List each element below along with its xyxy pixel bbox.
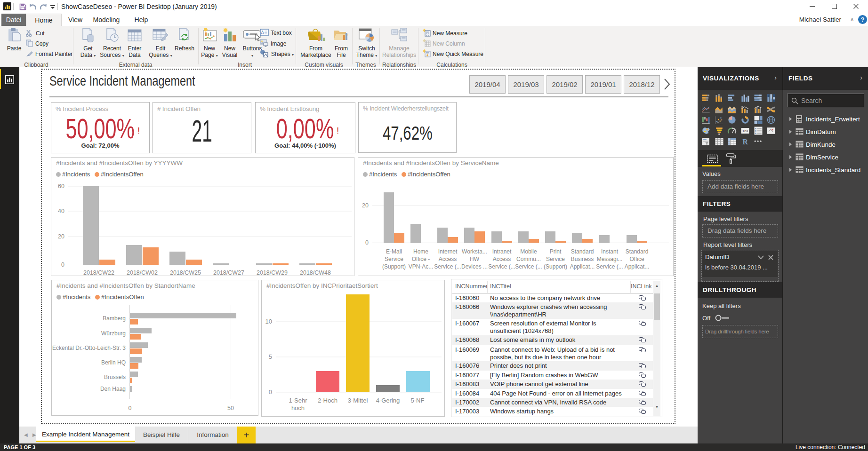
svg-text:Service: Service [546, 256, 565, 262]
svg-text:2018/CW27: 2018/CW27 [213, 269, 244, 276]
svg-text:Mobile: Mobile [520, 248, 537, 255]
svg-text:Office: Office [629, 256, 644, 262]
svg-text:2-Hoch: 2-Hoch [318, 397, 338, 404]
svg-text:Berlin HQ: Berlin HQ [101, 359, 126, 366]
svg-text:Internet: Internet [438, 248, 458, 255]
svg-text:2018/CW29: 2018/CW29 [257, 269, 288, 276]
svg-text:20: 20 [58, 233, 64, 240]
svg-text:R: R [742, 138, 748, 146]
svg-text:Service (...: Service (... [596, 263, 623, 270]
svg-text:Commu...: Commu... [516, 256, 541, 262]
svg-text:hoch: hoch [291, 404, 305, 411]
svg-text:Devices ...: Devices ... [461, 263, 488, 270]
svg-text:1-Sehr: 1-Sehr [289, 397, 307, 404]
svg-text:Applicat...: Applicat... [625, 263, 650, 270]
svg-text:(Support): (Support) [382, 263, 406, 270]
svg-text:Print: Print [550, 248, 562, 255]
svg-text:Intranet: Intranet [492, 248, 512, 255]
svg-text:Service: Service [385, 256, 403, 262]
svg-text:0: 0 [61, 261, 64, 268]
svg-text:5-NF: 5-NF [411, 397, 425, 404]
svg-text:60: 60 [58, 183, 64, 190]
svg-text:VPN-Ac...: VPN-Ac... [409, 263, 434, 270]
svg-text:Standard: Standard [571, 248, 594, 255]
svg-text:Würzburg: Würzburg [101, 330, 126, 337]
svg-text:Service (...: Service (... [515, 263, 542, 270]
svg-text:Worksta...: Worksta... [462, 248, 487, 255]
svg-text:2018/CW48: 2018/CW48 [300, 269, 331, 276]
svg-text:2018/CW22: 2018/CW22 [83, 269, 114, 276]
svg-text:A: A [261, 30, 264, 35]
svg-text:Standard: Standard [626, 248, 649, 255]
svg-text:3-Mittel: 3-Mittel [348, 397, 368, 404]
svg-text:0: 0 [129, 405, 132, 411]
svg-text:Applicat...: Applicat... [570, 263, 595, 270]
svg-text:Business: Business [571, 256, 594, 262]
svg-text:20: 20 [362, 202, 369, 209]
svg-text:5: 5 [269, 353, 272, 360]
svg-text:50: 50 [227, 405, 234, 411]
svg-text:Home: Home [413, 248, 428, 255]
svg-text:Instant: Instant [601, 248, 619, 255]
svg-text:Access: Access [493, 256, 511, 262]
svg-text:E-Mail: E-Mail [386, 248, 402, 255]
svg-text:Bamberg: Bamberg [103, 315, 126, 322]
svg-text:Office -: Office - [412, 256, 430, 262]
svg-text:Service (...: Service (... [488, 263, 515, 270]
svg-text:Den Haag: Den Haag [100, 386, 126, 392]
svg-text:0: 0 [269, 388, 272, 396]
svg-text:Brussels: Brussels [104, 374, 126, 380]
svg-text:0: 0 [365, 239, 369, 246]
svg-text:4-Gering: 4-Gering [376, 397, 400, 404]
svg-text:2018/CW02: 2018/CW02 [127, 269, 158, 276]
svg-text:(Support): (Support) [544, 263, 567, 270]
svg-text:Eckental Dr.-Otto-Leich-Str. 3: Eckental Dr.-Otto-Leich-Str. 3 [52, 345, 126, 351]
svg-text:Messagi...: Messagi... [597, 256, 623, 262]
svg-text:40: 40 [58, 208, 64, 214]
svg-text:123: 123 [742, 129, 748, 133]
svg-text:10: 10 [265, 318, 272, 325]
svg-text:Service (...: Service (... [434, 263, 461, 270]
svg-text:HW: HW [470, 256, 480, 262]
svg-text:2018/CW25: 2018/CW25 [170, 269, 201, 276]
svg-text:Access: Access [439, 256, 457, 262]
